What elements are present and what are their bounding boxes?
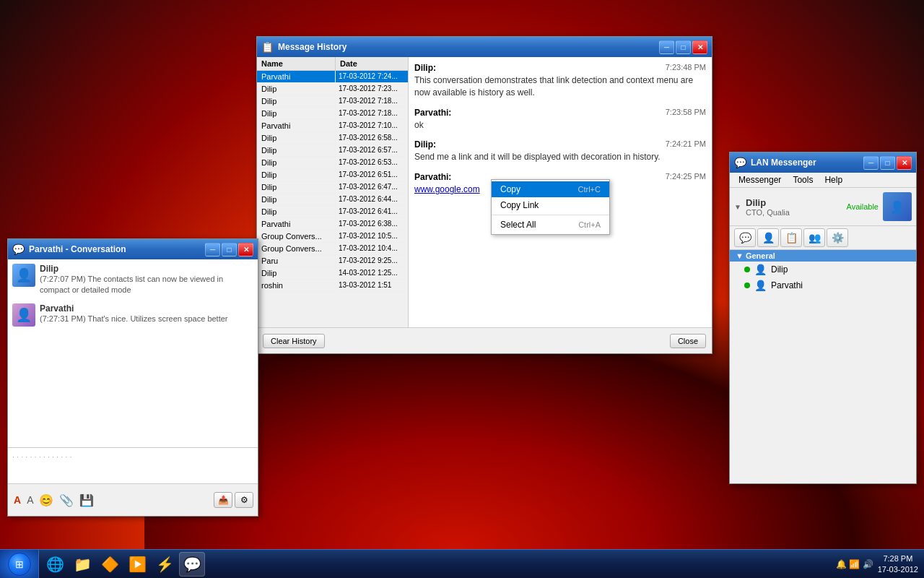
history-row-15[interactable]: Paru 17-03-2012 9:25... — [257, 255, 408, 267]
lan-contact-dilip[interactable]: 👤 Dilip — [730, 262, 916, 277]
conversation-input-area[interactable]: · · · · · · · · · · · · · · — [8, 447, 258, 483]
contact-status-dot-dilip — [744, 267, 750, 272]
menu-help[interactable]: Help — [819, 173, 848, 186]
minimize-button[interactable]: ─ — [863, 156, 879, 170]
history-row-14[interactable]: Group Convers... 17-03-2012 10:4... — [257, 243, 408, 255]
history-row-8[interactable]: Dilip 17-03-2012 6:51... — [257, 169, 408, 181]
taskbar: ⊞ 🌐 📁 🔶 ▶️ ⚡ 💬 🔔 📶 🔊 7:28 PM 17-03-2012 — [0, 549, 924, 578]
taskbar-media[interactable]: ▶️ — [124, 552, 150, 577]
group-tool-button[interactable]: 👥 — [803, 228, 825, 247]
lan-group-general[interactable]: ▼ General — [730, 250, 916, 262]
files-tool-button[interactable]: 📋 — [780, 228, 802, 247]
history-close-button[interactable]: Close — [670, 334, 706, 348]
history-row-2[interactable]: Dilip 17-03-2012 7:18... — [257, 95, 408, 108]
conv-minimize[interactable]: ─ — [205, 243, 220, 256]
history-row-0[interactable]: Parvathi 17-03-2012 7:24... — [257, 71, 408, 83]
taskbar-files[interactable]: 📁 — [69, 552, 95, 577]
expand-arrow: ▼ — [734, 197, 741, 217]
font-tool[interactable]: A — [12, 493, 22, 507]
row-name-16: Dilip — [257, 267, 336, 279]
history-list-scroll[interactable]: Parvathi 17-03-2012 7:24... Dilip 17-03-… — [257, 71, 408, 327]
row-name-3: Dilip — [257, 108, 336, 119]
chat-msg-2: Dilip: 7:24:21 PM Send me a link and it … — [414, 139, 706, 163]
maximize-button[interactable]: □ — [880, 156, 895, 170]
emoji-tool[interactable]: 😊 — [38, 492, 55, 509]
history-row-16[interactable]: Dilip 14-03-2012 1:25... — [257, 267, 408, 280]
taskbar-vlc[interactable]: 🔶 — [97, 552, 123, 577]
row-date-9: 17-03-2012 6:47... — [336, 181, 408, 193]
history-row-10[interactable]: Dilip 17-03-2012 6:44... — [257, 194, 408, 206]
context-menu-copy-link[interactable]: Copy Link — [492, 197, 609, 213]
taskbar-right: 🔔 📶 🔊 7:28 PM 17-03-2012 — [836, 553, 924, 574]
avatar-icon: 👤 — [890, 200, 905, 214]
taskbar-clock: 7:28 PM 17-03-2012 — [878, 553, 918, 574]
select-all-shortcut: Ctrl+A — [578, 220, 601, 229]
taskbar-time: 7:28 PM — [883, 553, 912, 564]
menu-messenger[interactable]: Messenger — [733, 173, 787, 186]
chat-time-2: 7:24:21 PM — [666, 139, 706, 150]
history-row-3[interactable]: Dilip 17-03-2012 7:18... — [257, 108, 408, 120]
copy-link-label: Copy Link — [500, 200, 539, 210]
send-button[interactable]: 📤 — [214, 492, 232, 508]
group-expand-icon: ▼ — [736, 251, 744, 260]
history-row-5[interactable]: Dilip 17-03-2012 6:58... — [257, 132, 408, 144]
conv-bubble-1: Parvathi (7:27:31 PM) That's nice. Utili… — [40, 303, 253, 327]
chat-text-2: Send me a link and it will be displayed … — [414, 151, 706, 163]
taskbar-lan-messenger[interactable]: 💬 — [179, 552, 205, 577]
history-row-9[interactable]: Dilip 17-03-2012 6:47... — [257, 181, 408, 194]
row-name-0: Parvathi — [257, 71, 336, 82]
chat-msg-1: Parvathi: 7:23:58 PM ok — [414, 108, 706, 131]
close-button[interactable]: ✕ — [897, 156, 912, 170]
lan-messenger-title: LAN Messenger — [751, 158, 860, 168]
conv-maximize[interactable]: □ — [222, 243, 237, 256]
lan-contact-parvathi[interactable]: 👤 Parvathi — [730, 277, 916, 293]
row-date-8: 17-03-2012 6:51... — [336, 169, 408, 181]
history-minimize[interactable]: ─ — [659, 40, 674, 54]
attach-tool[interactable]: 📎 — [58, 492, 75, 509]
row-name-2: Dilip — [257, 95, 336, 107]
profile-tool-button[interactable]: 👤 — [757, 228, 779, 247]
history-close[interactable]: ✕ — [692, 40, 707, 54]
history-maximize[interactable]: □ — [676, 40, 691, 54]
taskbar-app1[interactable]: ⚡ — [152, 552, 178, 577]
save-tool[interactable]: 💾 — [78, 492, 95, 509]
conversation-window: 💬 Parvathi - Conversation ─ □ ✕ 👤 Dilip … — [7, 238, 258, 517]
history-titlebar-btns: ─ □ ✕ — [659, 40, 707, 54]
history-row-4[interactable]: Parvathi 17-03-2012 7:10... — [257, 120, 408, 132]
header-name: Name — [257, 57, 336, 70]
input-placeholder: · · · · · · · · · · · · · · — [11, 451, 255, 462]
chat-link[interactable]: www.google.com — [414, 184, 480, 194]
lan-username: Dilip — [746, 197, 842, 208]
conv-text-1: (7:27:31 PM) That's nice. Utilizes scree… — [40, 314, 253, 324]
contact-avatar-parvathi: 👤 — [754, 280, 767, 291]
row-name-11: Dilip — [257, 206, 336, 217]
history-row-13[interactable]: Group Convers... 17-03-2012 10:5... — [257, 230, 408, 243]
settings-tool-button[interactable]: ⚙️ — [827, 228, 848, 247]
start-button[interactable]: ⊞ — [0, 550, 39, 579]
history-row-17[interactable]: roshin 13-03-2012 1:51 — [257, 280, 408, 292]
chat-sender-1: Parvathi: — [414, 108, 451, 118]
taskbar-chrome[interactable]: 🌐 — [42, 552, 68, 577]
history-row-6[interactable]: Dilip 17-03-2012 6:57... — [257, 144, 408, 157]
conv-avatar-parvathi: 👤 — [12, 303, 35, 327]
taskbar-sys-icons: 🔔 📶 🔊 — [836, 559, 873, 569]
chat-tool-button[interactable]: 💬 — [734, 228, 756, 247]
clear-history-button[interactable]: Clear History — [263, 334, 325, 348]
row-name-10: Dilip — [257, 194, 336, 205]
chat-time-3: 7:24:25 PM — [666, 172, 706, 182]
context-menu-copy[interactable]: Copy Ctrl+C — [492, 181, 609, 197]
row-date-16: 14-03-2012 1:25... — [336, 267, 408, 279]
chat-msg-0: Dilip: 7:23:48 PM This conversation demo… — [414, 63, 706, 99]
send-options-button[interactable]: ⚙ — [235, 492, 253, 508]
menu-tools[interactable]: Tools — [787, 173, 819, 186]
select-all-label: Select All — [500, 220, 536, 230]
context-menu-select-all[interactable]: Select All Ctrl+A — [492, 217, 609, 233]
history-row-1[interactable]: Dilip 17-03-2012 7:23... — [257, 83, 408, 95]
row-date-6: 17-03-2012 6:57... — [336, 144, 408, 156]
history-row-12[interactable]: Parvathi 17-03-2012 6:38... — [257, 218, 408, 230]
group-name: General — [746, 251, 775, 260]
conv-close[interactable]: ✕ — [238, 243, 253, 256]
history-row-11[interactable]: Dilip 17-03-2012 6:41... — [257, 206, 408, 218]
font-style-tool[interactable]: A — [25, 493, 35, 507]
history-row-7[interactable]: Dilip 17-03-2012 6:53... — [257, 157, 408, 169]
